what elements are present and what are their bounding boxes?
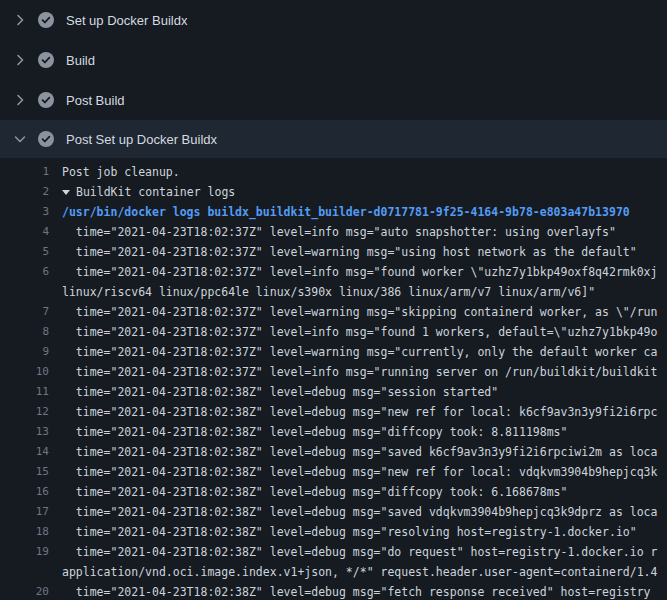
log-line: 18 time="2021-04-23T18:02:38Z" level=deb… (0, 522, 667, 542)
job-log-viewer: Set up Docker Buildx Build Post Build Po… (0, 0, 667, 600)
step-row-post-setup-docker-buildx[interactable]: Post Set up Docker Buildx (0, 120, 667, 158)
log-line: 17 time="2021-04-23T18:02:38Z" level=deb… (0, 502, 667, 522)
log-text: time="2021-04-23T18:02:38Z" level=debug … (62, 542, 657, 562)
log-text: time="2021-04-23T18:02:38Z" level=debug … (62, 522, 637, 542)
step-row-setup-docker-buildx[interactable]: Set up Docker Buildx (0, 0, 667, 40)
line-number[interactable]: 13 (0, 422, 62, 442)
success-check-icon (38, 12, 54, 28)
line-number[interactable]: 9 (0, 342, 62, 362)
step-label: Post Build (66, 93, 125, 108)
line-number[interactable]: 10 (0, 362, 62, 382)
step-label: Set up Docker Buildx (66, 13, 187, 28)
chevron-down-icon (12, 131, 28, 147)
log-text: time="2021-04-23T18:02:38Z" level=debug … (62, 382, 498, 402)
log-line: 1Post job cleanup. (0, 162, 667, 182)
log-text: time="2021-04-23T18:02:38Z" level=debug … (62, 442, 657, 462)
line-number[interactable]: 15 (0, 462, 62, 482)
step-row-post-build[interactable]: Post Build (0, 80, 667, 120)
line-number[interactable]: 17 (0, 502, 62, 522)
log-line: 10 time="2021-04-23T18:02:37Z" level=inf… (0, 362, 667, 382)
line-number[interactable]: 1 (0, 162, 62, 182)
line-number[interactable]: 14 (0, 442, 62, 462)
log-text: application/vnd.oci.image.index.v1+json,… (62, 562, 657, 582)
line-number[interactable]: 3 (0, 202, 62, 222)
line-number (0, 282, 62, 302)
step-label: Build (66, 53, 95, 68)
line-number[interactable]: 4 (0, 222, 62, 242)
line-number[interactable]: 2 (0, 182, 62, 202)
log-text: Post job cleanup. (62, 162, 180, 182)
log-text: time="2021-04-23T18:02:37Z" level=warnin… (62, 242, 637, 262)
line-number[interactable]: 20 (0, 582, 62, 600)
log-line: 20 time="2021-04-23T18:02:38Z" level=deb… (0, 582, 667, 600)
command-text: /usr/bin/docker logs buildx_buildkit_bui… (62, 202, 630, 222)
log-text: time="2021-04-23T18:02:37Z" level=info m… (62, 222, 616, 242)
log-text: time="2021-04-23T18:02:38Z" level=debug … (62, 582, 651, 600)
line-number[interactable]: 12 (0, 402, 62, 422)
log-line: 5 time="2021-04-23T18:02:37Z" level=warn… (0, 242, 667, 262)
log-text: time="2021-04-23T18:02:37Z" level=warnin… (62, 342, 657, 362)
line-number[interactable]: 8 (0, 322, 62, 342)
log-line: 12 time="2021-04-23T18:02:38Z" level=deb… (0, 402, 667, 422)
log-line: 14 time="2021-04-23T18:02:38Z" level=deb… (0, 442, 667, 462)
log-line: 9 time="2021-04-23T18:02:37Z" level=warn… (0, 342, 667, 362)
triangle-down-icon (62, 190, 70, 195)
line-number[interactable]: 16 (0, 482, 62, 502)
step-label: Post Set up Docker Buildx (66, 132, 217, 147)
log-line: 8 time="2021-04-23T18:02:37Z" level=info… (0, 322, 667, 342)
log-line: 3/usr/bin/docker logs buildx_buildkit_bu… (0, 202, 667, 222)
log-text: linux/riscv64 linux/ppc64le linux/s390x … (62, 282, 595, 302)
line-number[interactable]: 18 (0, 522, 62, 542)
log-line: linux/riscv64 linux/ppc64le linux/s390x … (0, 282, 667, 302)
line-number[interactable]: 6 (0, 262, 62, 282)
line-number[interactable]: 11 (0, 382, 62, 402)
line-number[interactable]: 7 (0, 302, 62, 322)
success-check-icon (38, 92, 54, 108)
log-lines: 1Post job cleanup.2BuildKit container lo… (0, 158, 667, 600)
success-check-icon (38, 52, 54, 68)
log-text: time="2021-04-23T18:02:38Z" level=debug … (62, 422, 567, 442)
line-number[interactable]: 19 (0, 542, 62, 562)
log-line: 4 time="2021-04-23T18:02:37Z" level=info… (0, 222, 667, 242)
chevron-right-icon (12, 92, 28, 108)
log-text: time="2021-04-23T18:02:38Z" level=debug … (62, 502, 657, 522)
log-text: time="2021-04-23T18:02:38Z" level=debug … (62, 462, 657, 482)
log-line: 11 time="2021-04-23T18:02:38Z" level=deb… (0, 382, 667, 402)
log-line: 7 time="2021-04-23T18:02:37Z" level=warn… (0, 302, 667, 322)
log-line: 6 time="2021-04-23T18:02:37Z" level=info… (0, 262, 667, 282)
chevron-right-icon (12, 12, 28, 28)
chevron-right-icon (12, 52, 28, 68)
log-line: application/vnd.oci.image.index.v1+json,… (0, 562, 667, 582)
line-number[interactable]: 5 (0, 242, 62, 262)
step-row-build[interactable]: Build (0, 40, 667, 80)
log-text: time="2021-04-23T18:02:37Z" level=info m… (62, 322, 657, 342)
log-line: 15 time="2021-04-23T18:02:38Z" level=deb… (0, 462, 667, 482)
log-text: BuildKit container logs (62, 182, 235, 202)
log-text: time="2021-04-23T18:02:37Z" level=info m… (62, 262, 657, 282)
log-line: 13 time="2021-04-23T18:02:38Z" level=deb… (0, 422, 667, 442)
log-text: time="2021-04-23T18:02:37Z" level=info m… (62, 362, 657, 382)
log-text: time="2021-04-23T18:02:37Z" level=warnin… (62, 302, 657, 322)
log-text: time="2021-04-23T18:02:38Z" level=debug … (62, 482, 567, 502)
log-line: 19 time="2021-04-23T18:02:38Z" level=deb… (0, 542, 667, 562)
log-group-toggle[interactable]: 2BuildKit container logs (0, 182, 667, 202)
line-number (0, 562, 62, 582)
success-check-icon (38, 131, 54, 147)
log-line: 16 time="2021-04-23T18:02:38Z" level=deb… (0, 482, 667, 502)
log-text: time="2021-04-23T18:02:38Z" level=debug … (62, 402, 657, 422)
